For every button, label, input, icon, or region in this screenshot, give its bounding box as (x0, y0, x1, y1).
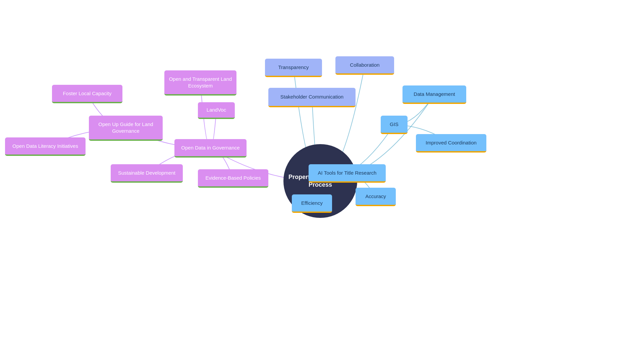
node-evidence-based[interactable]: Evidence-Based Policies (198, 169, 268, 188)
node-open-up-guide[interactable]: Open Up Guide for Land Governance (89, 116, 163, 141)
label-open-data-literacy: Open Data Literacy Initiatives (12, 143, 78, 149)
label-transparency: Transparency (278, 64, 309, 71)
node-efficiency[interactable]: Efficiency (292, 194, 332, 213)
label-open-data-governance: Open Data in Governance (181, 144, 239, 151)
label-sustainable: Sustainable Development (118, 170, 175, 176)
node-improved-coordination[interactable]: Improved Coordination (416, 134, 486, 153)
node-gis[interactable]: GIS (381, 116, 408, 134)
label-efficiency: Efficiency (301, 200, 323, 206)
node-collaboration[interactable]: Collaboration (335, 56, 394, 75)
node-ai-tools[interactable]: AI Tools for Title Research (309, 164, 386, 183)
label-foster-local: Foster Local Capacity (63, 90, 111, 97)
label-open-transparent: Open and Transparent Land Ecosystem (168, 76, 232, 89)
label-accuracy: Accuracy (365, 193, 386, 200)
label-landvoc: LandVoc (207, 107, 226, 113)
node-landvoc[interactable]: LandVoc (198, 102, 235, 119)
label-evidence-based: Evidence-Based Policies (205, 175, 261, 181)
node-open-data-governance[interactable]: Open Data in Governance (174, 139, 247, 158)
label-improved-coordination: Improved Coordination (426, 139, 477, 146)
node-stakeholder[interactable]: Stakeholder Communication (268, 88, 356, 107)
node-sustainable[interactable]: Sustainable Development (111, 164, 183, 183)
label-gis: GIS (390, 121, 398, 128)
node-open-data-literacy[interactable]: Open Data Literacy Initiatives (5, 137, 86, 156)
label-collaboration: Collaboration (350, 62, 379, 68)
node-transparency[interactable]: Transparency (265, 59, 322, 77)
node-data-management[interactable]: Data Management (402, 85, 466, 104)
label-stakeholder: Stakeholder Communication (280, 94, 343, 100)
node-accuracy[interactable]: Accuracy (356, 188, 396, 206)
label-data-management: Data Management (414, 91, 455, 98)
label-ai-tools: AI Tools for Title Research (318, 170, 377, 176)
node-open-transparent[interactable]: Open and Transparent Land Ecosystem (164, 70, 236, 96)
label-open-up-guide: Open Up Guide for Land Governance (93, 121, 159, 134)
node-foster-local[interactable]: Foster Local Capacity (52, 85, 122, 103)
